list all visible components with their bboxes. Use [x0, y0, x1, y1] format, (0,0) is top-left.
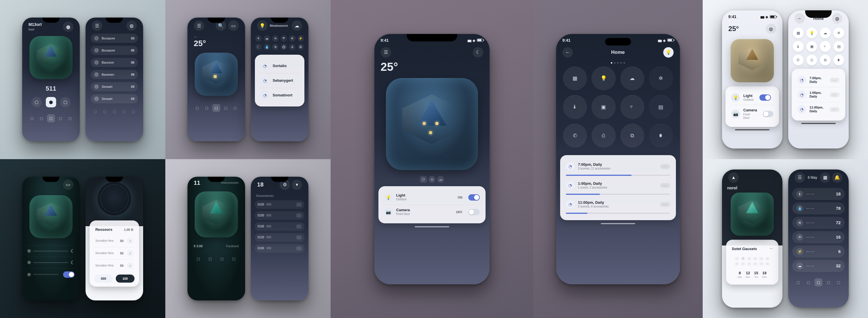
data-row[interactable]: 0100000 — [255, 244, 304, 253]
nav-d[interactable]: ◻ — [825, 278, 833, 286]
row-action-icon[interactable]: › — [127, 238, 133, 244]
nav-5[interactable]: ◻ — [66, 114, 74, 122]
wifi-icon[interactable]: ᯤ — [620, 95, 645, 119]
bulb-icon[interactable]: 💡 — [257, 21, 268, 31]
snow-icon[interactable]: ❄ — [289, 35, 295, 41]
menu-icon[interactable]: ☰ — [381, 47, 391, 58]
nav-a[interactable]: ◌ — [91, 107, 99, 116]
fan-icon[interactable]: ✲ — [272, 44, 278, 50]
nav-a[interactable]: ◻ — [193, 104, 201, 112]
eco-icon[interactable]: ♻ — [298, 44, 304, 50]
schedule-row[interactable]: ◔ 1:00pm, Daily1 scene, 2 accessories ··… — [565, 178, 671, 193]
nav-c[interactable]: ◻ — [814, 278, 823, 286]
k[interactable]: · — [747, 257, 751, 260]
nav-b[interactable]: ◻ — [804, 278, 812, 286]
menu-icon[interactable]: ☰ — [194, 21, 204, 31]
print-icon[interactable]: ⎙ — [592, 124, 616, 148]
phone-icon[interactable]: ✆ — [563, 124, 587, 148]
schedule-row[interactable]: ◔ 1:00pm, Daily ··· — [796, 87, 841, 102]
stat-row[interactable]: 🌡— —18 — [792, 188, 845, 200]
hex-1-icon[interactable]: ⬡ — [31, 97, 42, 107]
nav-c[interactable]: ◻ — [218, 255, 226, 263]
nav-e[interactable]: ◌ — [129, 107, 137, 116]
number-item[interactable]: 8Day — [738, 271, 742, 278]
list-item[interactable]: Bsoenen09 — [91, 70, 138, 79]
hex-icon[interactable]: ⬡ — [420, 176, 427, 183]
cast-icon[interactable]: ▭ — [228, 21, 239, 31]
back-button[interactable]: ← — [562, 47, 573, 58]
nav-1[interactable]: ◻ — [28, 114, 36, 122]
plug-icon[interactable]: ⏻ — [281, 44, 287, 50]
stat-row[interactable]: ⚡— —6 — [792, 246, 845, 258]
nav-4[interactable]: ◻ — [57, 114, 64, 122]
slider-row-3[interactable] — [27, 268, 74, 281]
nav-e[interactable]: ◻ — [835, 278, 843, 286]
cloud-icon[interactable]: ☁ — [264, 35, 270, 41]
more-icon[interactable]: ··· — [830, 92, 839, 97]
device-toggle[interactable] — [468, 209, 480, 215]
k[interactable]: · — [735, 262, 739, 266]
nav-c[interactable]: ◌ — [110, 107, 118, 116]
phone-icon[interactable]: ✆ — [793, 55, 804, 65]
auto-icon[interactable]: A — [289, 44, 295, 50]
grid-icon[interactable]: ▦ — [563, 66, 587, 91]
data-row[interactable]: 0120000 — [255, 233, 304, 242]
bulb-icon[interactable]: 💡 — [806, 28, 817, 38]
hex-2-icon[interactable]: ⬢ — [46, 97, 56, 107]
badge-icon[interactable]: ◍ — [126, 21, 137, 31]
cast-icon[interactable]: ▭ — [63, 180, 73, 190]
nav-b[interactable]: ◌ — [101, 107, 109, 116]
nav-d[interactable]: ◻ — [222, 104, 230, 112]
copy-icon[interactable]: ⧉ — [820, 55, 831, 65]
slider-row-2[interactable]: ☾ — [27, 257, 74, 268]
schedule-row[interactable]: ◔ 7:00pm, Daily3 scenes, 11 accessories … — [565, 159, 671, 173]
thermo-icon[interactable]: 🌡 — [793, 41, 804, 52]
scene-row[interactable]: ◔Sortalio — [259, 59, 300, 73]
sun-icon[interactable]: ☀ — [255, 35, 261, 41]
nav-a[interactable]: ◻ — [794, 278, 802, 286]
drop-icon[interactable]: 💧 — [264, 44, 270, 50]
k[interactable]: · — [766, 257, 770, 260]
grid-icon[interactable]: ▦ — [820, 172, 830, 183]
row-action[interactable] — [296, 224, 302, 228]
menu-icon[interactable]: ☰ — [795, 172, 805, 183]
toggle[interactable] — [63, 272, 74, 278]
row-action[interactable] — [296, 202, 302, 206]
moon-icon[interactable]: ☾ — [255, 44, 261, 50]
weather-icon[interactable]: ☁ — [820, 28, 831, 38]
grid-icon[interactable]: ▦ — [793, 28, 804, 38]
k[interactable]: · — [741, 262, 745, 266]
scene-row[interactable]: ◔Somatinort — [259, 88, 300, 102]
slider-row-1[interactable]: ☾ — [27, 245, 74, 257]
brand-icon[interactable]: ▲ — [728, 172, 739, 183]
device-toggle[interactable] — [468, 194, 480, 200]
k[interactable]: · — [753, 262, 757, 266]
nav-a[interactable]: ◻ — [194, 255, 203, 263]
more-icon[interactable]: ··· — [660, 183, 670, 188]
nav-3[interactable]: ◻ — [47, 114, 55, 122]
badge-icon[interactable]: ◍ — [766, 24, 776, 34]
menu-icon[interactable]: ☰ — [92, 21, 102, 31]
fan-icon[interactable]: ✲ — [833, 28, 844, 38]
k[interactable]: · — [759, 257, 764, 260]
nav-b[interactable]: ◻ — [203, 104, 211, 112]
scene-row[interactable]: ◔Sebanygert — [259, 73, 300, 88]
video-icon[interactable]: ⧯ — [833, 55, 844, 65]
nav-c[interactable]: ◻ — [212, 104, 220, 112]
stat-row[interactable]: ☁— —32 — [792, 260, 845, 272]
cloud-icon[interactable]: ☁ — [437, 176, 444, 183]
wifi-icon[interactable]: ᯤ — [820, 41, 831, 52]
nav-2[interactable]: ◻ — [37, 114, 45, 122]
badge-icon[interactable]: ◍ — [832, 13, 842, 24]
list-item[interactable]: Sessart03 — [91, 82, 138, 91]
row-action[interactable] — [296, 214, 302, 218]
number-item[interactable]: 12Mon — [746, 271, 750, 278]
k[interactable]: · — [766, 262, 770, 266]
thermostat-dial[interactable]: — — — [97, 181, 132, 216]
thermo-icon[interactable]: 🌡 — [563, 95, 587, 119]
device-toggle[interactable] — [760, 94, 771, 101]
schedule-row[interactable]: ◔ 7:00pm, Daily ··· — [796, 73, 841, 87]
k[interactable]: / — [741, 257, 745, 260]
nav-e[interactable]: ◻ — [231, 104, 239, 112]
stat-row[interactable]: ☀— —16 — [792, 231, 845, 243]
